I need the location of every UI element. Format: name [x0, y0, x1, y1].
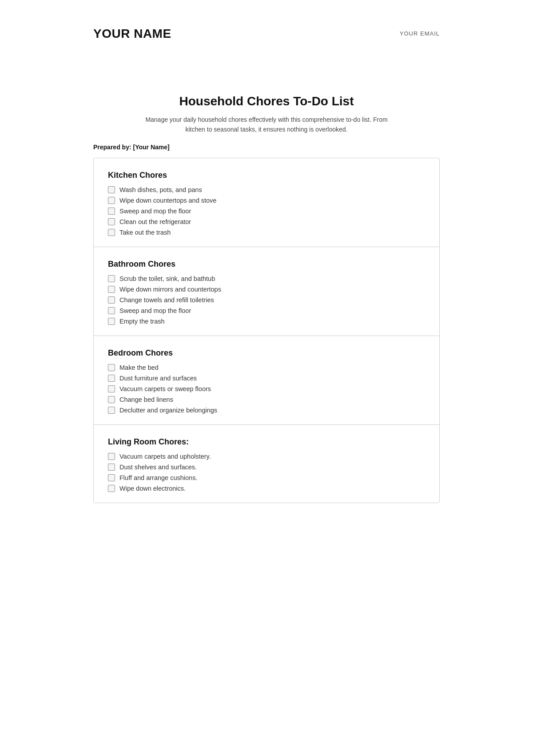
- checkbox-icon[interactable]: [108, 218, 115, 225]
- list-item: Wash dishes, pots, and pans: [108, 186, 425, 193]
- section-kitchen: Kitchen ChoresWash dishes, pots, and pan…: [94, 158, 439, 247]
- list-item: Change bed linens: [108, 396, 425, 403]
- section-title-bedroom: Bedroom Chores: [108, 348, 425, 358]
- list-item: Empty the trash: [108, 318, 425, 325]
- list-item: Make the bed: [108, 364, 425, 371]
- checkbox-icon[interactable]: [108, 229, 115, 236]
- list-item: Wipe down mirrors and countertops: [108, 286, 425, 293]
- page-header: YOUR NAME YOUR EMAIL: [93, 27, 440, 41]
- checkbox-icon[interactable]: [108, 396, 115, 403]
- list-item: Wipe down electronics.: [108, 485, 425, 492]
- section-bathroom: Bathroom ChoresScrub the toilet, sink, a…: [94, 247, 439, 336]
- checkbox-icon[interactable]: [108, 464, 115, 471]
- list-item: Fluff and arrange cushions.: [108, 474, 425, 481]
- checkbox-icon[interactable]: [108, 275, 115, 282]
- checkbox-icon[interactable]: [108, 385, 115, 392]
- list-item: Take out the trash: [108, 229, 425, 236]
- chore-label: Wipe down mirrors and countertops: [119, 286, 221, 293]
- list-item: Dust furniture and surfaces: [108, 375, 425, 382]
- list-item: Scrub the toilet, sink, and bathtub: [108, 275, 425, 282]
- checkbox-icon[interactable]: [108, 453, 115, 460]
- checkbox-icon[interactable]: [108, 307, 115, 314]
- list-item: Wipe down countertops and stove: [108, 197, 425, 204]
- chore-label: Clean out the refrigerator: [119, 218, 191, 225]
- checkbox-icon[interactable]: [108, 186, 115, 193]
- checkbox-icon[interactable]: [108, 375, 115, 382]
- user-name: YOUR NAME: [93, 27, 171, 41]
- chore-label: Sweep and mop the floor: [119, 208, 191, 215]
- section-title-kitchen: Kitchen Chores: [108, 171, 425, 180]
- list-item: Sweep and mop the floor: [108, 307, 425, 314]
- checkbox-icon[interactable]: [108, 364, 115, 371]
- list-item: Dust shelves and surfaces.: [108, 464, 425, 471]
- section-living-room: Living Room Chores:Vacuum carpets and up…: [94, 425, 439, 503]
- chore-label: Wash dishes, pots, and pans: [119, 186, 202, 193]
- section-bedroom: Bedroom ChoresMake the bedDust furniture…: [94, 336, 439, 425]
- checkbox-icon[interactable]: [108, 197, 115, 204]
- list-item: Clean out the refrigerator: [108, 218, 425, 225]
- section-title-bathroom: Bathroom Chores: [108, 260, 425, 269]
- chore-label: Vacuum carpets or sweep floors: [119, 385, 211, 392]
- chore-label: Change towels and refill toiletries: [119, 296, 214, 304]
- checkbox-icon[interactable]: [108, 296, 115, 304]
- checkbox-icon[interactable]: [108, 286, 115, 293]
- chore-label: Wipe down electronics.: [119, 485, 186, 492]
- chores-container: Kitchen ChoresWash dishes, pots, and pan…: [93, 158, 440, 503]
- list-item: Declutter and organize belongings: [108, 407, 425, 414]
- list-item: Vacuum carpets and upholstery.: [108, 453, 425, 460]
- list-item: Change towels and refill toiletries: [108, 296, 425, 304]
- chore-label: Vacuum carpets and upholstery.: [119, 453, 211, 460]
- chore-label: Scrub the toilet, sink, and bathtub: [119, 275, 215, 282]
- chore-label: Dust shelves and surfaces.: [119, 464, 197, 471]
- section-title-living-room: Living Room Chores:: [108, 437, 425, 447]
- chore-label: Fluff and arrange cushions.: [119, 474, 197, 481]
- chore-label: Empty the trash: [119, 318, 165, 325]
- checkbox-icon[interactable]: [108, 208, 115, 215]
- document-title: Household Chores To-Do List: [93, 94, 440, 108]
- chore-label: Dust furniture and surfaces: [119, 375, 197, 382]
- chore-label: Take out the trash: [119, 229, 171, 236]
- checkbox-icon[interactable]: [108, 318, 115, 325]
- title-section: Household Chores To-Do List Manage your …: [93, 94, 440, 135]
- prepared-by: Prepared by: [Your Name]: [93, 144, 440, 151]
- checkbox-icon[interactable]: [108, 485, 115, 492]
- chore-label: Declutter and organize belongings: [119, 407, 217, 414]
- chore-label: Sweep and mop the floor: [119, 307, 191, 314]
- checkbox-icon[interactable]: [108, 474, 115, 481]
- user-email: YOUR EMAIL: [400, 30, 440, 37]
- list-item: Sweep and mop the floor: [108, 208, 425, 215]
- chore-label: Change bed linens: [119, 396, 173, 403]
- chore-label: Make the bed: [119, 364, 159, 371]
- list-item: Vacuum carpets or sweep floors: [108, 385, 425, 392]
- document-subtitle: Manage your daily household chores effec…: [142, 115, 391, 135]
- checkbox-icon[interactable]: [108, 407, 115, 414]
- chore-label: Wipe down countertops and stove: [119, 197, 216, 204]
